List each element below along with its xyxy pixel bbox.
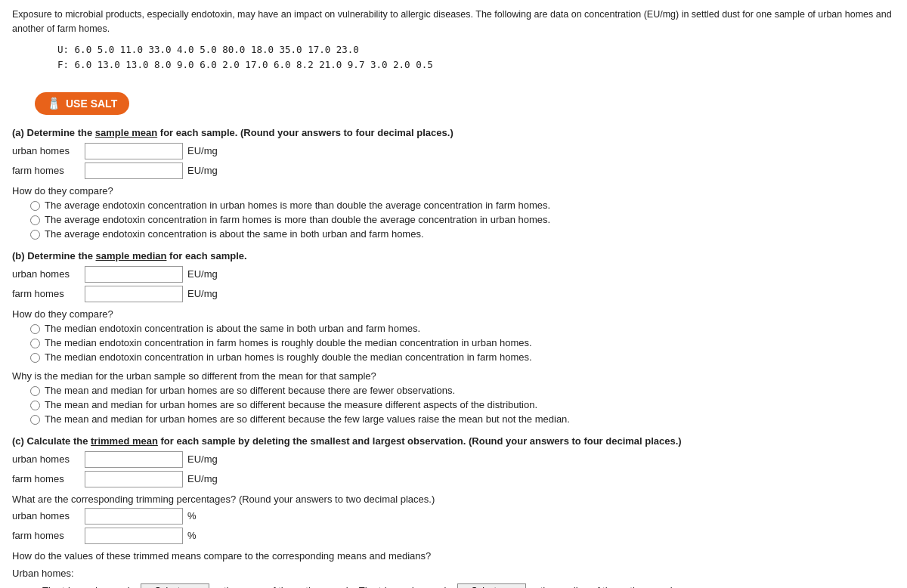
- part-b-urban-unit: EU/mg: [187, 268, 218, 280]
- part-c-urban-trim-unit: %: [187, 510, 197, 521]
- part-b-why-radio-2[interactable]: [30, 401, 40, 410]
- part-c-label: (c) Calculate the trimmed mean for each …: [12, 435, 895, 447]
- intro-text: Exposure to microbial products, especial…: [12, 8, 895, 36]
- part-a-compare-label: How do they compare?: [12, 185, 895, 197]
- farm-data-row: F: 6.0 13.0 13.0 8.0 9.0 6.0 2.0 17.0 6.…: [57, 57, 895, 73]
- part-c-compare-label: How do the values of these trimmed means…: [12, 550, 895, 562]
- part-a-section: (a) Determine the sample mean for each s…: [12, 127, 895, 240]
- farm-data: 6.0 13.0 13.0 8.0 9.0 6.0 2.0 17.0 6.0 8…: [75, 59, 433, 70]
- part-c-farm-trim-label: farm homes: [12, 530, 80, 541]
- urban-trimmed-text-3: the median of the entire sample.: [540, 585, 681, 589]
- part-b-why-radio-group: The mean and median for urban homes are …: [30, 385, 895, 425]
- part-c-farm-input[interactable]: [85, 471, 183, 487]
- part-a-option-3-text: The average endotoxin concentration is a…: [45, 228, 424, 240]
- urban-trimmed-text-1: The trimmed mean is: [42, 585, 135, 589]
- part-b-urban-input[interactable]: [85, 266, 183, 283]
- part-a-farm-unit: EU/mg: [187, 165, 218, 176]
- salt-icon: 🧂: [47, 97, 61, 110]
- part-a-farm-input[interactable]: [85, 162, 183, 179]
- part-c-farm-row: farm homes EU/mg: [12, 471, 895, 487]
- part-b-option-3: The median endotoxin concentration in ur…: [30, 351, 895, 363]
- part-b-why-option-1-text: The mean and median for urban homes are …: [45, 385, 455, 396]
- farm-label: F:: [57, 59, 69, 70]
- part-b-why-option-3-text: The mean and median for urban homes are …: [45, 413, 570, 425]
- part-a-radio-3[interactable]: [30, 230, 40, 240]
- part-a-radio-1[interactable]: [30, 201, 40, 211]
- part-c-urban-row: urban homes EU/mg: [12, 451, 895, 468]
- part-c-urban-trim-label: urban homes: [12, 510, 80, 521]
- urban-select-1[interactable]: ---Select--- less than equal to greater …: [141, 583, 209, 589]
- part-c-urban-trim-row: urban homes %: [12, 508, 895, 525]
- part-a-option-3: The average endotoxin concentration is a…: [30, 228, 895, 240]
- part-b-section: (b) Determine the sample median for each…: [12, 250, 895, 425]
- part-b-label-text: (b) Determine the sample median for each…: [12, 250, 247, 262]
- urban-select-2[interactable]: ---Select--- less than equal to greater …: [457, 583, 526, 589]
- part-a-farm-label: farm homes: [12, 165, 80, 176]
- part-a-option-2-text: The average endotoxin concentration in f…: [45, 214, 550, 225]
- part-b-label: (b) Determine the sample median for each…: [12, 250, 895, 262]
- part-b-radio-3[interactable]: [30, 353, 40, 363]
- part-a-label-text: (a) Determine the sample mean for each s…: [12, 127, 454, 138]
- part-c-urban-input[interactable]: [85, 451, 183, 468]
- part-b-why-radio-3[interactable]: [30, 415, 40, 425]
- part-c-urban-label: urban homes: [12, 453, 80, 465]
- part-a-option-1: The average endotoxin concentration in u…: [30, 200, 895, 211]
- part-c-urban-trim-input[interactable]: [85, 508, 183, 525]
- part-c-trimming-label: What are the corresponding trimming perc…: [12, 494, 895, 505]
- part-b-why-option-3: The mean and median for urban homes are …: [30, 413, 895, 425]
- part-b-option-1-text: The median endotoxin concentration is ab…: [45, 323, 420, 334]
- part-a-farm-row: farm homes EU/mg: [12, 162, 895, 179]
- part-b-option-2-text: The median endotoxin concentration in fa…: [45, 337, 532, 348]
- part-a-urban-unit: EU/mg: [187, 145, 218, 156]
- part-b-farm-unit: EU/mg: [187, 288, 218, 299]
- use-salt-label: USE SALT: [66, 97, 117, 110]
- part-b-farm-label: farm homes: [12, 288, 80, 299]
- part-b-compare-label: How do they compare?: [12, 308, 895, 320]
- part-b-urban-label: urban homes: [12, 268, 80, 280]
- urban-label: U:: [57, 44, 69, 55]
- part-b-radio-2[interactable]: [30, 339, 40, 348]
- use-salt-button[interactable]: 🧂 USE SALT: [35, 92, 129, 115]
- part-b-farm-input[interactable]: [85, 286, 183, 302]
- part-c-farm-trim-row: farm homes %: [12, 528, 895, 544]
- part-a-radio-2[interactable]: [30, 215, 40, 225]
- part-b-why-radio-1[interactable]: [30, 386, 40, 396]
- part-a-option-1-text: The average endotoxin concentration in u…: [45, 200, 550, 211]
- part-c-urban-unit: EU/mg: [187, 453, 218, 465]
- part-b-why-option-1: The mean and median for urban homes are …: [30, 385, 895, 396]
- part-c-farm-label: farm homes: [12, 473, 80, 484]
- urban-data: 6.0 5.0 11.0 33.0 4.0 5.0 80.0 18.0 35.0…: [75, 44, 359, 55]
- part-c-farm-trim-unit: %: [187, 530, 197, 541]
- urban-trimmed-row: The trimmed mean is ---Select--- less th…: [42, 582, 895, 589]
- part-c-farm-trim-input[interactable]: [85, 528, 183, 544]
- part-b-radio-group: The median endotoxin concentration is ab…: [30, 323, 895, 363]
- urban-trimmed-text-2: the mean of the entire sample. The trimm…: [224, 585, 451, 589]
- urban-data-row: U: 6.0 5.0 11.0 33.0 4.0 5.0 80.0 18.0 3…: [57, 42, 895, 57]
- part-a-radio-group: The average endotoxin concentration in u…: [30, 200, 895, 240]
- part-a-option-2: The average endotoxin concentration in f…: [30, 214, 895, 225]
- intro-section: Exposure to microbial products, especial…: [12, 8, 895, 73]
- part-a-urban-label: urban homes: [12, 145, 80, 156]
- part-c-section: (c) Calculate the trimmed mean for each …: [12, 435, 895, 589]
- part-b-option-1: The median endotoxin concentration is ab…: [30, 323, 895, 334]
- part-b-radio-1[interactable]: [30, 324, 40, 334]
- urban-homes-label: Urban homes:: [12, 568, 895, 579]
- part-b-option-2: The median endotoxin concentration in fa…: [30, 337, 895, 348]
- part-c-farm-unit: EU/mg: [187, 473, 218, 484]
- part-b-why-label: Why is the median for the urban sample s…: [12, 370, 895, 382]
- part-b-urban-row: urban homes EU/mg: [12, 266, 895, 283]
- part-b-why-option-2: The mean and median for urban homes are …: [30, 399, 895, 410]
- urban-homes-label-text: Urban homes:: [12, 568, 74, 579]
- part-b-option-3-text: The median endotoxin concentration in ur…: [45, 351, 532, 363]
- part-a-urban-input[interactable]: [85, 143, 183, 159]
- part-b-farm-row: farm homes EU/mg: [12, 286, 895, 302]
- part-b-why-option-2-text: The mean and median for urban homes are …: [45, 399, 537, 410]
- part-c-label-text: (c) Calculate the trimmed mean for each …: [12, 435, 682, 447]
- part-a-urban-row: urban homes EU/mg: [12, 143, 895, 159]
- part-a-label: (a) Determine the sample mean for each s…: [12, 127, 895, 138]
